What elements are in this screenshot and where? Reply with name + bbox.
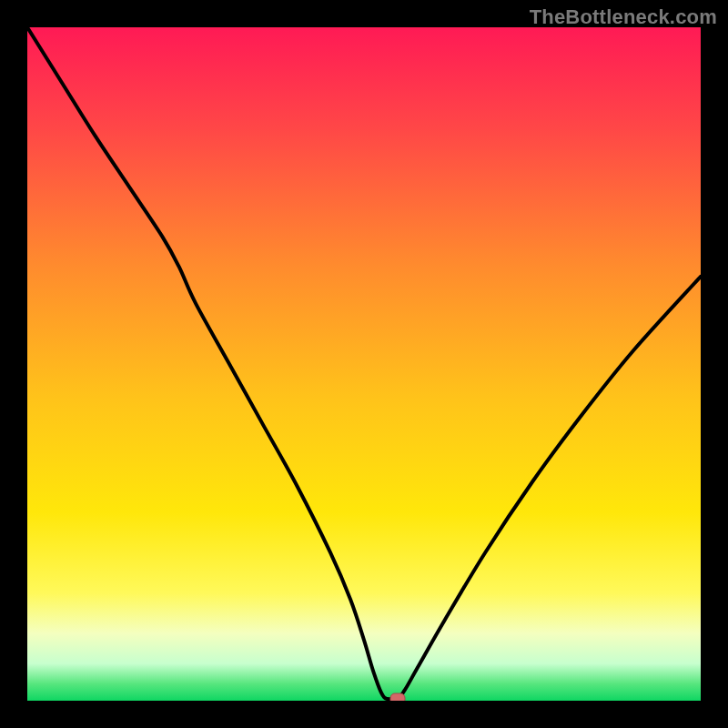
plot-area <box>27 27 701 701</box>
chart-frame: TheBottleneck.com <box>0 0 728 728</box>
watermark-text: TheBottleneck.com <box>530 5 717 29</box>
optimal-marker <box>390 693 405 701</box>
heatmap-background <box>27 27 701 701</box>
chart-svg <box>27 27 701 701</box>
